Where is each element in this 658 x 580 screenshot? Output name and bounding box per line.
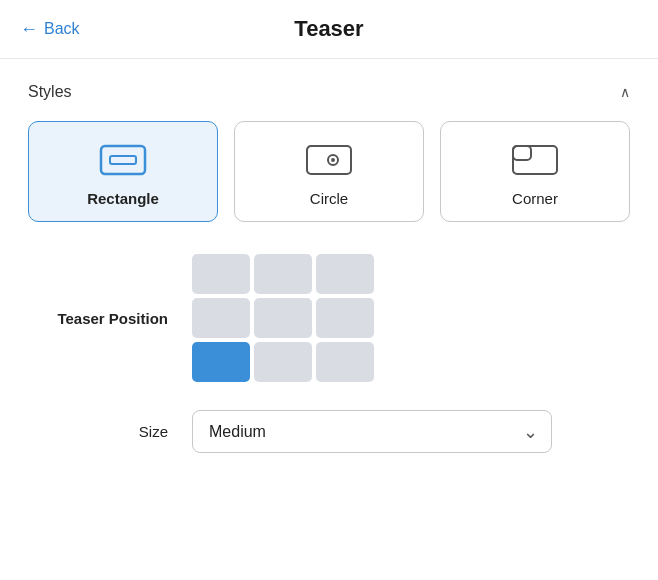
- size-label: Size: [28, 423, 168, 440]
- position-cell-2-2[interactable]: [316, 342, 374, 382]
- svg-rect-6: [513, 146, 531, 160]
- position-cell-2-1[interactable]: [254, 342, 312, 382]
- position-cell-0-0[interactable]: [192, 254, 250, 294]
- corner-label: Corner: [512, 190, 558, 207]
- main-content: Styles ∧ Rectangle Circle: [0, 59, 658, 477]
- style-cards-container: Rectangle Circle Corner: [28, 121, 630, 222]
- rectangle-icon: [97, 142, 149, 178]
- page-title: Teaser: [294, 16, 363, 42]
- circle-label: Circle: [310, 190, 348, 207]
- corner-icon: [509, 142, 561, 178]
- rectangle-label: Rectangle: [87, 190, 159, 207]
- position-row: Teaser Position: [28, 254, 630, 382]
- position-cell-1-0[interactable]: [192, 298, 250, 338]
- back-arrow-icon: ←: [20, 19, 38, 40]
- back-button[interactable]: ← Back: [20, 19, 80, 40]
- styles-label: Styles: [28, 83, 72, 101]
- size-select-wrapper: Small Medium Large ⌄: [192, 410, 552, 453]
- size-select[interactable]: Small Medium Large: [192, 410, 552, 453]
- position-cell-1-1[interactable]: [254, 298, 312, 338]
- svg-rect-0: [101, 146, 145, 174]
- svg-rect-1: [110, 156, 136, 164]
- style-card-rectangle[interactable]: Rectangle: [28, 121, 218, 222]
- svg-point-4: [331, 158, 335, 162]
- position-cell-2-0[interactable]: [192, 342, 250, 382]
- style-card-corner[interactable]: Corner: [440, 121, 630, 222]
- collapse-icon[interactable]: ∧: [620, 84, 630, 100]
- position-cell-0-2[interactable]: [316, 254, 374, 294]
- position-cell-1-2[interactable]: [316, 298, 374, 338]
- circle-icon: [303, 142, 355, 178]
- position-cell-0-1[interactable]: [254, 254, 312, 294]
- position-label: Teaser Position: [28, 310, 168, 327]
- styles-section-header: Styles ∧: [28, 83, 630, 101]
- size-row: Size Small Medium Large ⌄: [28, 410, 630, 453]
- style-card-circle[interactable]: Circle: [234, 121, 424, 222]
- position-grid: [192, 254, 374, 382]
- header: ← Back Teaser: [0, 0, 658, 59]
- back-label: Back: [44, 20, 80, 38]
